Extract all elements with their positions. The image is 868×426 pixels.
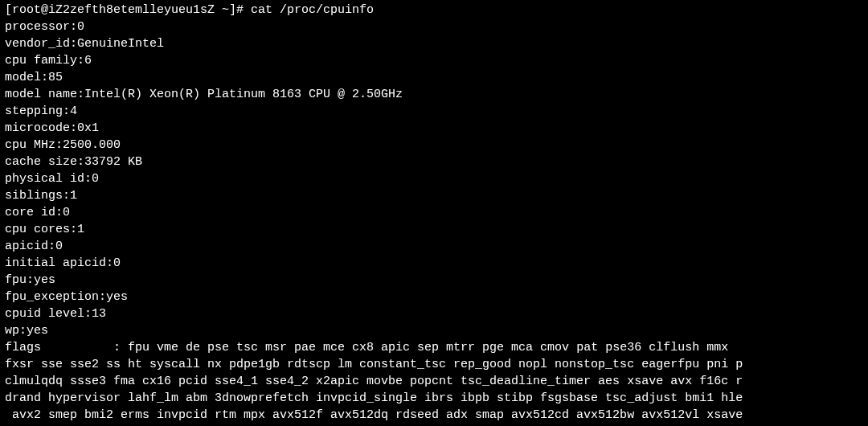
cpuinfo-value: 6 (84, 52, 92, 69)
colon-separator: : (99, 289, 106, 305)
colon-separator: : (63, 103, 70, 120)
cpuinfo-key: physical id (5, 170, 84, 187)
cpuinfo-row: cpuid level : 13 (5, 305, 863, 322)
colon-separator: : (84, 170, 92, 187)
cpuinfo-value: 4 (70, 103, 77, 120)
cpuinfo-key: wp (5, 322, 19, 339)
cpuinfo-key: fpu_exception (5, 289, 99, 305)
cpuinfo-output: processor : 0vendor_id : GenuineIntelcpu… (5, 18, 863, 424)
cpuinfo-key: initial apicid (5, 255, 106, 272)
cpuinfo-row: model : 85 (5, 69, 863, 86)
colon-separator: : (70, 221, 77, 238)
colon-separator: : (77, 86, 84, 103)
prompt-text: [root@iZ2zefth8etemlleyueu1sZ ~]# cat /p… (5, 3, 374, 17)
colon-separator: : (106, 255, 113, 272)
cpuinfo-value: : fpu vme de pse tsc msr pae mce cx8 api… (113, 341, 735, 354)
cpuinfo-value: 1 (77, 221, 84, 238)
colon-separator: : (19, 322, 27, 339)
cpuinfo-row: fpu : yes (5, 272, 863, 289)
cpuinfo-row: model name : Intel(R) Xeon(R) Platinum 8… (5, 86, 863, 103)
cpuinfo-row: cache size : 33792 KB (5, 154, 863, 170)
colon-separator: : (55, 204, 63, 221)
cpuinfo-row: initial apicid : 0 (5, 255, 863, 272)
cpuinfo-value: 13 (92, 305, 106, 322)
cpuinfo-value: 0 (77, 18, 84, 35)
cpuinfo-value: 0 (55, 238, 63, 255)
cpuinfo-key: cpu MHz (5, 137, 55, 154)
cpuinfo-key: stepping (5, 103, 63, 120)
colon-separator: : (84, 305, 92, 322)
cpuinfo-key: microcode (5, 120, 70, 137)
colon-separator: : (70, 35, 77, 52)
cpuinfo-key: cpu family (5, 52, 77, 69)
cpuinfo-key: flags (5, 341, 113, 354)
cpuinfo-key: vendor_id (5, 35, 70, 52)
shell-prompt[interactable]: [root@iZ2zefth8etemlleyueu1sZ ~]# cat /p… (5, 2, 863, 18)
cpuinfo-value: yes (27, 322, 48, 339)
cpuinfo-row: vendor_id : GenuineIntel (5, 35, 863, 52)
cpuinfo-value: 85 (48, 69, 63, 86)
flags-line: flags : fpu vme de pse tsc msr pae mce c… (5, 339, 863, 356)
cpuinfo-row: processor : 0 (5, 18, 863, 35)
colon-separator: : (77, 52, 84, 69)
cpuinfo-row: siblings : 1 (5, 187, 863, 204)
cpuinfo-value: 33792 KB (84, 154, 142, 170)
cpuinfo-row: stepping : 4 (5, 103, 863, 120)
cpuinfo-key: apicid (5, 238, 48, 255)
flags-line: fxsr sse sse2 ss ht syscall nx pdpe1gb r… (5, 356, 863, 373)
cpuinfo-key: model (5, 69, 41, 86)
cpuinfo-key: processor (5, 18, 70, 35)
cpuinfo-row: apicid : 0 (5, 238, 863, 255)
cpuinfo-key: fpu (5, 272, 27, 289)
colon-separator: : (77, 154, 84, 170)
colon-separator: : (70, 18, 77, 35)
cpuinfo-value: 0 (92, 170, 99, 187)
colon-separator: : (48, 238, 55, 255)
cpuinfo-key: siblings (5, 187, 63, 204)
cpuinfo-value: 0 (63, 204, 70, 221)
colon-separator: : (63, 187, 70, 204)
cpuinfo-value: GenuineIntel (77, 35, 164, 52)
cpuinfo-row: cpu family : 6 (5, 52, 863, 69)
cpuinfo-row: fpu_exception : yes (5, 289, 863, 305)
cpuinfo-key: model name (5, 86, 77, 103)
cpuinfo-row: cpu MHz : 2500.000 (5, 137, 863, 154)
cpuinfo-row: cpu cores : 1 (5, 221, 863, 238)
cpuinfo-value: yes (106, 289, 128, 305)
cpuinfo-row: microcode : 0x1 (5, 120, 863, 137)
cpuinfo-value: 1 (70, 187, 77, 204)
cpuinfo-key: cpu cores (5, 221, 70, 238)
cpuinfo-value: 2500.000 (63, 137, 121, 154)
flags-line: drand hypervisor lahf_lm abm 3dnowprefet… (5, 390, 863, 407)
cpuinfo-flags: flags : fpu vme de pse tsc msr pae mce c… (5, 339, 863, 424)
cpuinfo-row: core id : 0 (5, 204, 863, 221)
cpuinfo-value: 0x1 (77, 120, 99, 137)
cpuinfo-value: Intel(R) Xeon(R) Platinum 8163 CPU @ 2.5… (84, 86, 403, 103)
cpuinfo-row: wp : yes (5, 322, 863, 339)
cpuinfo-key: cpuid level (5, 305, 84, 322)
colon-separator: : (41, 69, 48, 86)
cpuinfo-value: 0 (113, 255, 121, 272)
colon-separator: : (55, 137, 63, 154)
cpuinfo-value: yes (34, 272, 55, 289)
flags-line: clmulqdq ssse3 fma cx16 pcid sse4_1 sse4… (5, 373, 863, 390)
colon-separator: : (27, 272, 34, 289)
cpuinfo-key: cache size (5, 154, 77, 170)
flags-line: avx2 smep bmi2 erms invpcid rtm mpx avx5… (5, 407, 863, 424)
cpuinfo-row: physical id : 0 (5, 170, 863, 187)
cpuinfo-key: core id (5, 204, 55, 221)
colon-separator: : (70, 120, 77, 137)
